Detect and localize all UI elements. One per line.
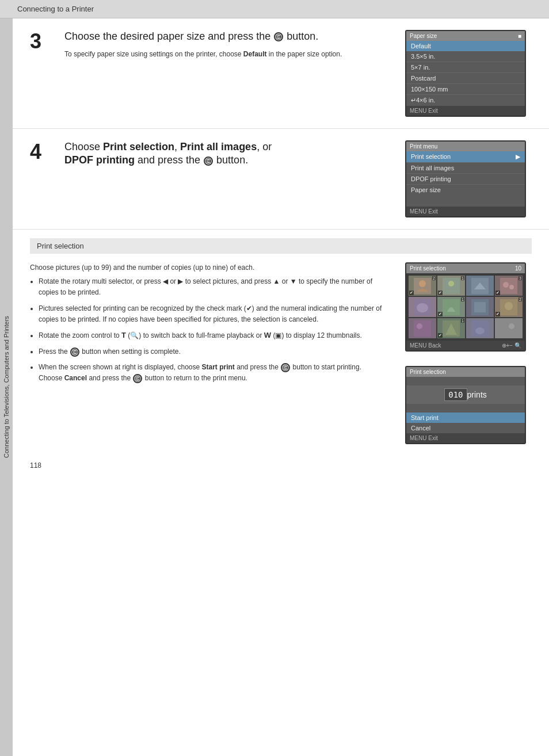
page-footer: 118 <box>13 456 549 475</box>
thumb-5 <box>409 297 436 317</box>
svg-rect-20 <box>500 320 517 337</box>
ps-bullet-4: When the screen shown at right is displa… <box>39 362 394 384</box>
ps-screen2-item-1: Cancel <box>406 423 525 433</box>
step4-item-3: Paper size <box>406 185 525 195</box>
ps-screen2-footer: MENU Exit <box>406 433 525 443</box>
svg-point-14 <box>505 302 513 310</box>
step3-screen: Paper size ■ Default 3.5×5 in. 5×7 in. P… <box>405 30 526 117</box>
print-selection-content: Choose pictures (up to 99) and the numbe… <box>30 262 532 444</box>
ps-ok-icon2: OK <box>281 363 290 372</box>
ps-screen1-footer: MENU Back ⊕+− 🔍 <box>406 341 525 350</box>
ps-desc1: Choose pictures (up to 99) and the numbe… <box>30 262 394 273</box>
step4-ok-icon: OK <box>204 156 213 166</box>
print-selection-header: Print selection <box>30 238 532 254</box>
step3-screen-footer: MENU Exit <box>406 106 525 116</box>
step3-item-2: 5×7 in. <box>406 62 525 72</box>
print-selection-text: Choose pictures (up to 99) and the numbe… <box>30 262 394 444</box>
step3-item-1: 3.5×5 in. <box>406 51 525 62</box>
step4-screen-footer: MENU Exit <box>406 207 525 216</box>
step3-item-5: ↵4×6 in. <box>406 95 525 106</box>
print-selection-section: Print selection Choose pictures (up to 9… <box>13 230 549 456</box>
svg-rect-12 <box>474 302 486 312</box>
print-selection-images: Print selection 10 ✔2 <box>405 262 532 444</box>
svg-point-7 <box>509 285 514 289</box>
step4-body: Choose Print selection, Print all images… <box>64 140 394 217</box>
step4-number: 4 <box>30 142 53 217</box>
thumb-6: ✔1 <box>437 297 465 317</box>
ps-bullet-1: Pictures selected for printing can be re… <box>39 303 394 325</box>
svg-point-19 <box>475 327 485 334</box>
svg-rect-5 <box>500 278 517 294</box>
thumb-8: ✔2 <box>495 297 523 317</box>
svg-point-16 <box>417 323 422 329</box>
step3-section: 3 Choose the desired paper size and pres… <box>13 18 549 129</box>
page: Connecting to a Printer Connecting to Te… <box>0 0 549 756</box>
header-title: Connecting to a Printer <box>17 5 94 13</box>
thumb-11 <box>466 318 494 338</box>
count-box: 010 <box>444 388 467 401</box>
ps-bullet-3: Press the OK button when setting is comp… <box>39 346 394 357</box>
ps-print-count: 010prints <box>406 385 525 404</box>
step3-title: Choose the desired paper size and press … <box>64 30 394 43</box>
step3-item-4: 100×150 mm <box>406 84 525 94</box>
ok-button-icon: OK <box>274 32 283 41</box>
step3-screen-title: Paper size ■ <box>406 31 525 41</box>
ps-screen2-item-0: Start print <box>406 413 525 423</box>
svg-rect-15 <box>414 320 431 337</box>
step4-screen: Print menu Print selection▶ Print all im… <box>405 140 526 217</box>
ps-ok-icon3: OK <box>133 374 142 383</box>
step4-item-0: Print selection▶ <box>406 151 525 162</box>
step4-item-2: DPOF printing <box>406 174 525 184</box>
step3-body: Choose the desired paper size and press … <box>64 30 394 117</box>
thumb-12 <box>495 318 523 338</box>
svg-point-1 <box>419 280 426 287</box>
thumb-4: ✔3 <box>495 276 523 296</box>
main-content: 3 Choose the desired paper size and pres… <box>13 18 549 756</box>
thumb-10: ✔1 <box>437 318 465 338</box>
page-number: 118 <box>30 461 41 469</box>
content-wrapper: Connecting to Televisions, Computers and… <box>0 18 549 756</box>
step4-screen-title: Print menu <box>406 142 525 151</box>
ps-bullet-2: Rotate the zoom control to T (🔍) to swit… <box>39 330 394 342</box>
thumb-3 <box>466 276 494 296</box>
svg-point-9 <box>417 303 428 312</box>
thumb-1: ✔2 <box>409 276 436 296</box>
header-bar: Connecting to a Printer <box>0 0 549 18</box>
step3-item-0: Default <box>406 41 525 51</box>
ps-bullet-0: Rotate the rotary multi selector, or pre… <box>39 276 394 298</box>
thumb-7 <box>466 297 494 317</box>
thumb-9 <box>409 318 436 338</box>
step3-image: Paper size ■ Default 3.5×5 in. 5×7 in. P… <box>405 30 532 117</box>
step3-number: 3 <box>30 31 53 117</box>
step4-item-1: Print all images <box>406 163 525 173</box>
ps-bullets: Rotate the rotary multi selector, or pre… <box>39 276 394 384</box>
svg-point-21 <box>509 323 514 329</box>
step4-title: Choose Print selection, Print all images… <box>64 140 394 167</box>
step4-image: Print menu Print selection▶ Print all im… <box>405 140 532 217</box>
ps-screen2: Print selection 010prints Start print Ca… <box>405 366 526 444</box>
thumb-grid: ✔2 ✔1 <box>406 273 525 341</box>
ps-screen2-title: Print selection <box>406 367 525 377</box>
step4-section: 4 Choose Print selection, Print all imag… <box>13 129 549 230</box>
ps-screen1-title: Print selection 10 <box>406 264 525 273</box>
svg-point-3 <box>448 281 454 287</box>
side-tab: Connecting to Televisions, Computers and… <box>0 18 13 756</box>
thumb-2: ✔1 <box>437 276 465 296</box>
ps-ok-icon1: OK <box>70 348 79 357</box>
step3-item-3: Postcard <box>406 73 525 83</box>
svg-point-6 <box>503 282 509 288</box>
ps-screen1: Print selection 10 ✔2 <box>405 262 526 352</box>
step3-desc: To specify paper size using settings on … <box>64 49 394 59</box>
